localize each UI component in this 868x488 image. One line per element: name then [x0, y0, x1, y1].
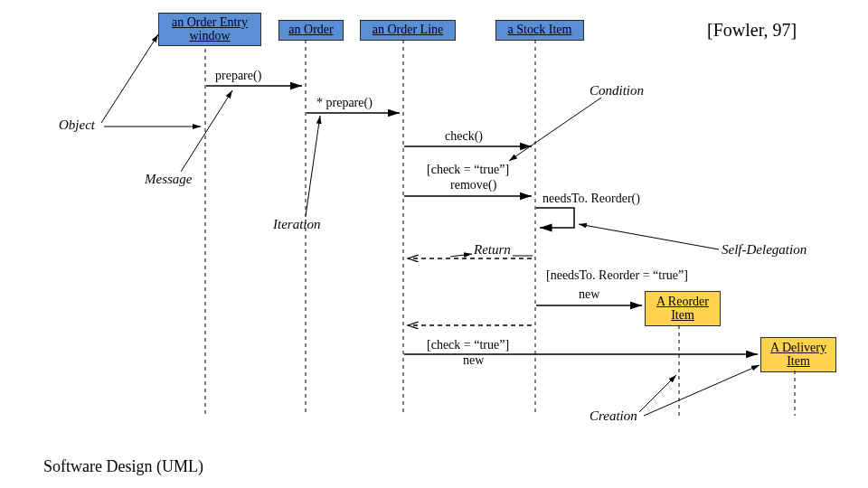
svg-line-14: [101, 34, 158, 123]
svg-line-21: [579, 224, 719, 249]
diagram-svg: [0, 0, 868, 488]
svg-line-17: [306, 116, 320, 216]
svg-line-22: [639, 375, 676, 412]
svg-line-18: [509, 98, 601, 161]
svg-line-16: [181, 90, 232, 172]
svg-line-20: [450, 254, 472, 257]
